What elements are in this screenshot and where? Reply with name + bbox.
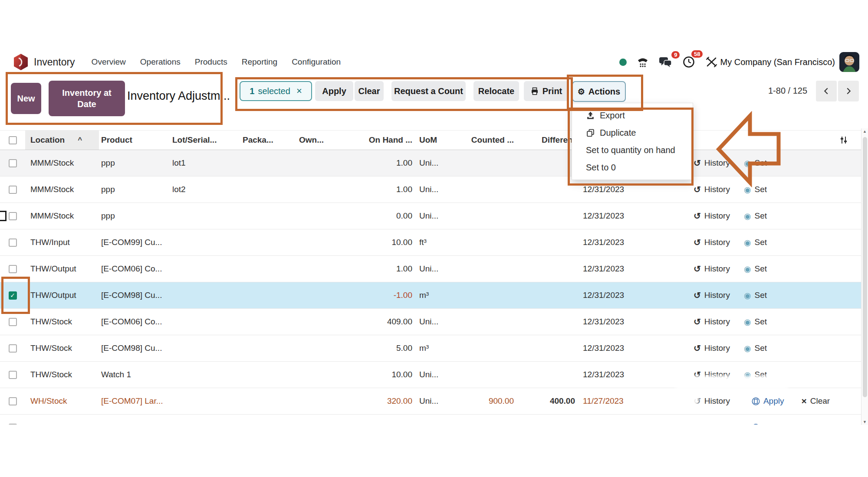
cell-scheduled-date[interactable]: 12/31/2023: [576, 343, 638, 353]
selected-count-chip[interactable]: 1 selected ×: [240, 81, 312, 101]
clear-button[interactable]: Clear: [355, 81, 384, 101]
header-counted[interactable]: Counted ...: [460, 135, 516, 145]
scroll-up-icon[interactable]: ▲: [863, 129, 867, 134]
row-apply-button[interactable]: Apply: [752, 423, 784, 425]
cell-counted[interactable]: 90.00: [460, 423, 516, 425]
cell-location[interactable]: THW/Output: [25, 264, 99, 274]
set-button[interactable]: ◉ Set: [744, 317, 767, 327]
row-checkbox[interactable]: [9, 186, 17, 194]
set-button[interactable]: ◉ Set: [744, 238, 767, 248]
company-switcher[interactable]: My Company (San Francisco): [720, 57, 835, 67]
row-clear-button[interactable]: × Clear: [801, 396, 830, 406]
cell-product[interactable]: [E-COM98] Cu...: [99, 291, 171, 300]
pager-next-button[interactable]: [838, 81, 859, 101]
cell-scheduled-date[interactable]: 12/31/2023: [576, 238, 638, 247]
history-button[interactable]: ↺ History: [694, 211, 730, 221]
table-row[interactable]: MMM/Stock ppp 0.00 Uni... 12/31/2023 ↺ H…: [0, 203, 861, 229]
pager-previous-button[interactable]: [816, 81, 837, 101]
vertical-scrollbar[interactable]: ▲ ▼: [861, 128, 868, 425]
activities-clock-icon[interactable]: 58: [683, 56, 696, 69]
row-checkbox[interactable]: [9, 397, 17, 405]
row-checkbox[interactable]: ✓: [9, 291, 17, 300]
cell-uom[interactable]: Uni...: [414, 317, 460, 327]
messages-icon[interactable]: 9: [659, 56, 673, 68]
row-checkbox[interactable]: [9, 424, 17, 425]
cell-uom[interactable]: Uni...: [414, 396, 460, 406]
cell-location[interactable]: THW/Stock: [25, 317, 99, 327]
cell-location[interactable]: THW/Output: [25, 291, 99, 300]
cell-counted[interactable]: 900.00: [460, 396, 516, 406]
cell-location[interactable]: WH/Stock: [25, 423, 99, 425]
menu-operations[interactable]: Operations: [140, 57, 181, 67]
table-row[interactable]: ✓ THW/Output [E-COM98] Cu... -1.00 m³ 12…: [0, 282, 861, 309]
cell-uom[interactable]: Uni...: [414, 185, 460, 194]
voip-phone-icon[interactable]: [637, 56, 649, 68]
table-row[interactable]: THW/Output [E-COM06] Co... 1.00 Uni... 1…: [0, 256, 861, 282]
history-button[interactable]: ↺ History: [694, 422, 730, 425]
row-apply-button[interactable]: Apply: [752, 396, 784, 406]
actions-button[interactable]: ⚙ Actions: [572, 81, 626, 102]
cell-uom[interactable]: Uni...: [414, 264, 460, 274]
row-checkbox[interactable]: [9, 238, 17, 247]
cell-on-hand[interactable]: 1.00: [346, 158, 414, 168]
cell-uom[interactable]: Uni...: [414, 158, 460, 168]
cell-lot-serial[interactable]: lot1: [171, 158, 240, 168]
cell-scheduled-date[interactable]: 11/27/2023: [576, 396, 638, 406]
cell-on-hand[interactable]: 5.00: [346, 343, 414, 353]
row-checkbox[interactable]: [9, 371, 17, 379]
app-title[interactable]: Inventory: [34, 56, 75, 68]
table-row[interactable]: THW/Input [E-COM99] Cu... 10.00 ft³ 12/3…: [0, 229, 861, 256]
cell-scheduled-date[interactable]: 12/31/2023: [576, 291, 638, 300]
scrollbar-thumb[interactable]: [863, 137, 867, 397]
table-row[interactable]: WH/Stock [E-COM98] St... 18.00 Uni... 90…: [0, 415, 861, 425]
cell-scheduled-date[interactable]: 11/27/2023: [576, 423, 638, 425]
cell-on-hand[interactable]: 320.00: [346, 396, 414, 406]
history-button[interactable]: ↺ History: [694, 343, 730, 353]
cell-scheduled-date[interactable]: 12/31/2023: [576, 317, 638, 327]
cell-on-hand[interactable]: 0.00: [346, 211, 414, 221]
print-button[interactable]: Print: [524, 81, 569, 101]
cell-on-hand[interactable]: 1.00: [346, 264, 414, 274]
menu-item-duplicate[interactable]: Duplicate: [572, 124, 693, 141]
inventory-app-icon[interactable]: [13, 53, 29, 71]
history-button[interactable]: ↺ History: [694, 290, 730, 301]
set-button[interactable]: ◉ Set: [744, 211, 767, 221]
cell-uom[interactable]: m³: [414, 291, 460, 300]
cell-uom[interactable]: ft³: [414, 238, 460, 247]
table-row[interactable]: THW/Stock [E-COM98] Cu... 5.00 m³ 12/31/…: [0, 335, 861, 362]
header-on-hand[interactable]: On Hand ...: [346, 135, 414, 145]
row-checkbox[interactable]: [9, 344, 17, 353]
cell-product[interactable]: [E-COM99] Cu...: [99, 238, 171, 247]
header-package[interactable]: Packa...: [240, 135, 296, 145]
cell-scheduled-date[interactable]: 12/31/2023: [576, 211, 638, 221]
cell-on-hand[interactable]: 1.00: [346, 185, 414, 194]
row-checkbox[interactable]: [9, 318, 17, 326]
cell-scheduled-date[interactable]: 12/31/2023: [576, 370, 638, 379]
table-row[interactable]: THW/Stock [E-COM06] Co... 409.00 Uni... …: [0, 309, 861, 335]
cell-uom[interactable]: m³: [414, 343, 460, 353]
cell-on-hand[interactable]: 18.00: [346, 423, 414, 425]
cell-product[interactable]: ppp: [99, 158, 171, 168]
header-difference[interactable]: Differen.: [516, 135, 576, 145]
cell-product[interactable]: [E-COM06] Co...: [99, 317, 171, 327]
select-all-checkbox[interactable]: [9, 136, 17, 144]
cell-location[interactable]: THW/Input: [25, 238, 99, 247]
set-button[interactable]: ◉ Set: [744, 264, 767, 274]
header-location[interactable]: Location ^: [25, 131, 99, 150]
row-checkbox[interactable]: [9, 265, 17, 273]
menu-item-set-to-0[interactable]: Set to 0: [572, 159, 693, 176]
column-settings-icon[interactable]: [838, 135, 849, 145]
cell-location[interactable]: THW/Stock: [25, 343, 99, 353]
cell-location[interactable]: THW/Stock: [25, 370, 99, 379]
relocate-button[interactable]: Relocate: [473, 81, 519, 101]
cell-on-hand[interactable]: 10.00: [346, 238, 414, 247]
cell-product[interactable]: [E-COM07] Lar...: [99, 396, 171, 406]
cell-scheduled-date[interactable]: 12/31/2023: [576, 185, 638, 194]
cell-uom[interactable]: Uni...: [414, 423, 460, 425]
menu-configuration[interactable]: Configuration: [292, 57, 341, 67]
cell-lot-serial[interactable]: lot2: [171, 185, 240, 194]
header-owner[interactable]: Own...: [296, 135, 346, 145]
cell-location[interactable]: MMM/Stock: [25, 211, 99, 221]
menu-item-set-to-quantity-on-hand[interactable]: Set to quantity on hand: [572, 141, 693, 159]
cell-location[interactable]: MMM/Stock: [25, 185, 99, 194]
